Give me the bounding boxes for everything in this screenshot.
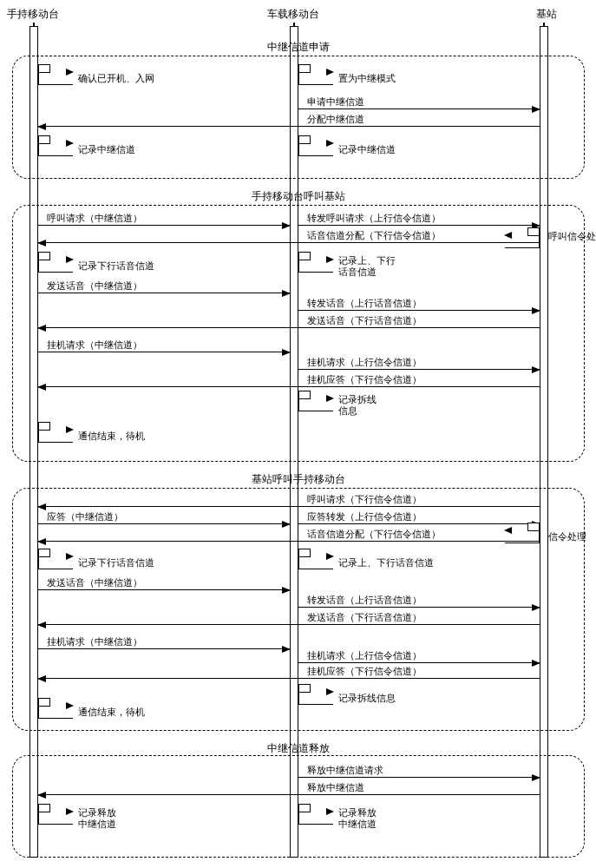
arrow-hangup-req-fwd-3: 挂机请求（上行信令信道） [298, 651, 540, 663]
arrow-forward-call-request: 转发呼叫请求（上行信令信道） [298, 214, 540, 226]
arrow-call-request-relay: 呼叫请求（中继信道） [38, 214, 290, 226]
arrow-send-voice-down-2: 发送话音（下行话音信道） [38, 316, 540, 328]
arrow-send-voice-relay-2: 发送话音（中继信道） [38, 281, 290, 293]
arrow-forward-voice-2: 转发话音（上行话音信道） [298, 299, 540, 311]
arrow-voice-alloc-3: 话音信道分配（下行信令信道） [38, 529, 540, 542]
arrow-send-voice-relay-3: 发送话音（中继信道） [38, 578, 290, 590]
section-4-title: 中继信道释放 [7, 741, 589, 756]
arrow-answer-fwd-3: 应答转发（上行信令信道） [298, 512, 540, 524]
arrow-hangup-req-relay-3: 挂机请求（中继信道） [38, 637, 290, 649]
section-2-title: 手持移动台呼叫基站 [7, 189, 589, 204]
arrow-release-req: 释放中继信道请求 [298, 766, 540, 778]
arrow-hangup-req-fwd-2: 挂机请求（上行信令信道） [298, 358, 540, 370]
actor-base: 基站 [536, 7, 557, 22]
actor-vehicle: 车载移动台 [267, 7, 319, 22]
arrow-hangup-ack-3: 挂机应答（下行信令信道） [38, 667, 540, 679]
actor-handset: 手持移动台 [7, 7, 59, 22]
sequence-diagram: 手持移动台 车载移动台 基站 中继信道申请 确认已开机、入网 置为中继模式 申请… [7, 7, 589, 861]
arrow-hangup-ack-2: 挂机应答（下行信令信道） [38, 375, 540, 387]
arrow-forward-voice-3: 转发话音（上行话音信道） [298, 595, 540, 608]
arrow-call-req-3: 呼叫请求（下行信令信道） [38, 495, 540, 507]
arrow-voice-channel-alloc: 话音信道分配（下行信令信道） [38, 231, 540, 243]
arrow-release: 释放中继信道 [38, 783, 540, 795]
section-3-title: 基站呼叫手持移动台 [7, 472, 589, 487]
arrow-allocate-relay-channel: 分配中继信道 [38, 115, 540, 127]
section-1-title: 中继信道申请 [7, 40, 589, 55]
arrow-send-voice-down-3: 发送话音（下行话音信道） [38, 613, 540, 625]
group-2 [12, 205, 585, 462]
arrow-hangup-req-relay-2: 挂机请求（中继信道） [38, 340, 290, 352]
arrow-answer-3: 应答（中继信道） [38, 512, 290, 524]
arrow-request-relay-channel: 申请中继信道 [298, 97, 540, 109]
